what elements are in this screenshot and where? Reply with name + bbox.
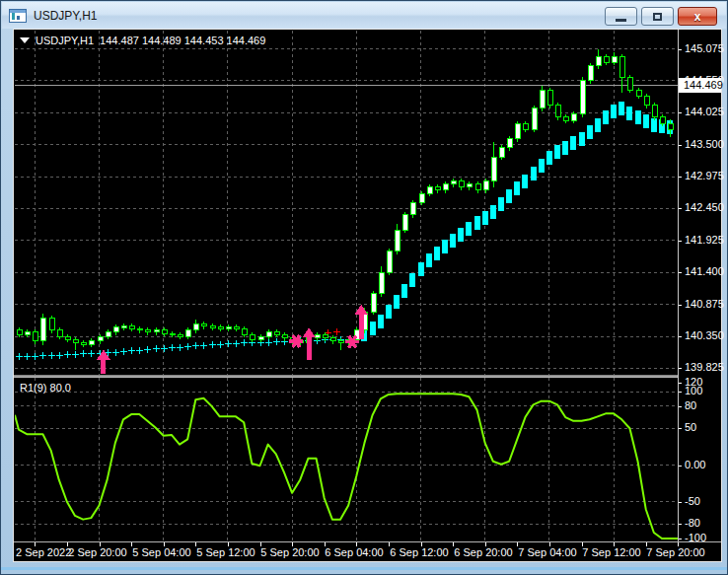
price-axis-label: 145.075: [685, 42, 724, 54]
indicator-axis-label: -80: [685, 517, 700, 529]
price-axis-label: 141.925: [685, 234, 724, 246]
time-axis[interactable]: 2 Sep 20222 Sep 20:005 Sep 04:005 Sep 12…: [14, 541, 721, 561]
indicator-axis-label: 50: [685, 421, 696, 433]
chart-header: USDJPY,H1 144.487 144.489 144.453 144.46…: [20, 35, 265, 46]
restore-button[interactable]: [641, 7, 674, 26]
close-icon: x: [694, 11, 701, 23]
indicator-axis-tick: [679, 383, 682, 384]
chart-window-icon[interactable]: [9, 9, 27, 23]
chart-client-area: USDJPY,H1 144.487 144.489 144.453 144.46…: [13, 29, 722, 562]
time-axis-label: 7 Sep 20:00: [640, 546, 711, 558]
price-axis-label: 143.500: [685, 138, 724, 150]
price-axis-label: 142.450: [685, 201, 724, 213]
indicator-axis-tick: [679, 502, 682, 503]
time-axis-label: 6 Sep 12:00: [384, 546, 455, 558]
indicator-axis-label: 100: [685, 385, 702, 396]
indicator-axis-label: 80: [685, 399, 696, 411]
time-axis-label: 5 Sep 04:00: [126, 546, 197, 558]
price-axis-tick: [679, 305, 682, 306]
symbol-dropdown-icon[interactable]: [20, 37, 30, 43]
indicator-plot[interactable]: [15, 378, 679, 541]
indicator-background: [15, 378, 679, 541]
price-axis-label: 142.975: [685, 170, 724, 181]
terminal-window: USDJPY,H1 x USDJPY,H1 144.487 144.489 14…: [0, 0, 728, 575]
time-axis-label: 2 Sep 20:00: [62, 546, 133, 558]
price-axis-label: 139.825: [685, 361, 724, 373]
indicator-axis-tick: [679, 406, 682, 407]
window-title: USDJPY,H1: [34, 9, 97, 23]
time-axis-label: 5 Sep 20:00: [255, 546, 326, 558]
indicator-label: R1(9) 80.0: [20, 382, 71, 394]
price-axis-tick: [679, 368, 682, 369]
price-axis[interactable]: 145.075144.550144.025143.500142.975142.4…: [679, 30, 721, 541]
price-axis-tick: [679, 112, 682, 113]
indicator-axis-tick: [679, 524, 682, 525]
time-axis-label: 7 Sep 04:00: [512, 546, 583, 558]
price-axis-label: 141.400: [685, 265, 724, 277]
price-axis-label: 144.025: [685, 106, 724, 117]
indicator-axis-tick: [679, 539, 682, 539]
indicator-axis-tick: [679, 392, 682, 393]
close-button[interactable]: x: [678, 7, 717, 26]
main-chart-background: [15, 31, 679, 375]
time-axis-label: 5 Sep 12:00: [190, 546, 261, 558]
price-axis-tick: [679, 49, 682, 50]
price-axis-tick: [679, 177, 682, 178]
indicator-axis-tick: [679, 428, 682, 429]
time-axis-label: 6 Sep 20:00: [448, 546, 519, 558]
main-chart-plot[interactable]: [15, 31, 679, 375]
window-frame-accent: [1, 567, 727, 570]
price-axis-tick: [679, 336, 682, 337]
price-axis-tick: [679, 145, 682, 146]
indicator-axis-label: -50: [685, 495, 700, 507]
chart-ohlc-quote: 144.487 144.489 144.453 144.469: [100, 35, 265, 46]
minimize-icon: [616, 19, 626, 22]
price-axis-tick: [679, 208, 682, 209]
minimize-button[interactable]: [605, 7, 637, 26]
time-axis-label: 6 Sep 04:00: [319, 546, 390, 558]
price-axis-label: 140.875: [685, 298, 724, 310]
restore-icon: [653, 13, 662, 21]
price-axis-tick: [679, 272, 682, 273]
indicator-axis-tick: [679, 466, 682, 467]
indicator-axis-label: 0.00: [685, 459, 705, 470]
time-axis-label: 7 Sep 12:00: [576, 546, 647, 558]
price-axis-label: 140.350: [685, 329, 724, 341]
current-price-box: 144.469: [679, 78, 721, 93]
price-axis-tick: [679, 241, 682, 242]
chart-symbol-label: USDJPY,H1: [36, 35, 94, 46]
